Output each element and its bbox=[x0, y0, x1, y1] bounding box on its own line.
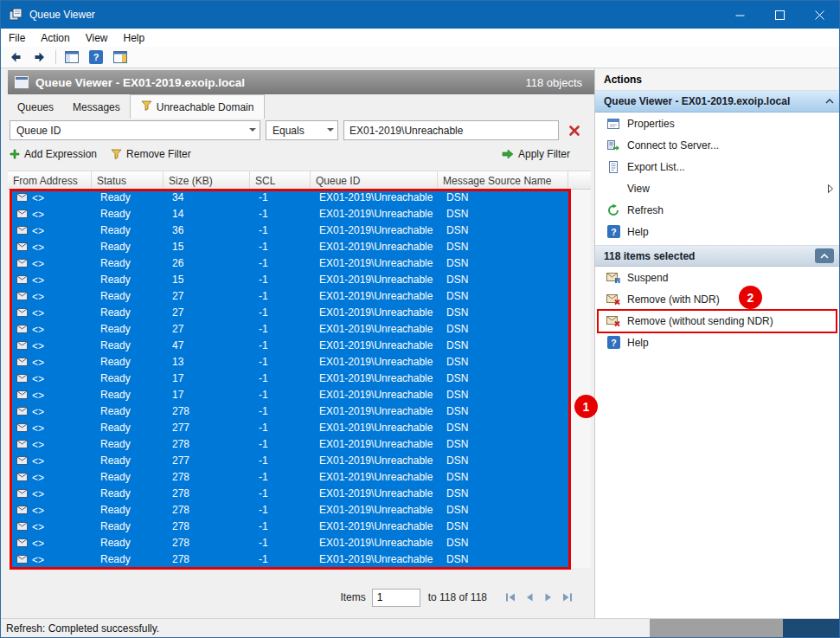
filter-value-input[interactable] bbox=[343, 120, 559, 140]
forward-button[interactable] bbox=[31, 48, 48, 66]
table-row[interactable]: <> Ready 26 -1 EX01-2019\Unreachable DSN bbox=[11, 255, 568, 272]
column-header-6[interactable]: Message Source Name bbox=[438, 171, 568, 189]
show-action-pane-button[interactable] bbox=[112, 48, 129, 66]
table-row[interactable]: <> Ready 27 -1 EX01-2019\Unreachable DSN bbox=[11, 321, 568, 338]
menu-file[interactable]: File bbox=[1, 29, 33, 47]
pane-header-icon bbox=[15, 76, 29, 88]
action-remove-without-ndr[interactable]: Remove (without sending NDR) bbox=[595, 310, 840, 332]
toolbar: ? bbox=[1, 47, 839, 68]
tab-bar: Queues Messages Unreachable Domain bbox=[8, 94, 594, 119]
table-row[interactable]: <> Ready 17 -1 EX01-2019\Unreachable DSN bbox=[11, 387, 568, 403]
table-row[interactable]: <> Ready 27 -1 EX01-2019\Unreachable DSN bbox=[11, 288, 568, 305]
message-envelope-icon bbox=[16, 242, 28, 254]
table-row[interactable]: <> Ready 278 -1 EX01-2019\Unreachable DS… bbox=[11, 486, 568, 502]
help-button[interactable]: ? bbox=[87, 48, 105, 66]
table-row[interactable]: <> Ready 278 -1 EX01-2019\Unreachable DS… bbox=[11, 502, 568, 519]
show-console-tree-button[interactable] bbox=[63, 48, 80, 66]
message-envelope-icon bbox=[16, 291, 28, 303]
table-row[interactable]: <> Ready 27 -1 EX01-2019\Unreachable DSN bbox=[11, 305, 568, 321]
column-header-filler bbox=[568, 171, 591, 189]
back-button[interactable] bbox=[7, 48, 24, 66]
action-help-top[interactable]: ? Help bbox=[595, 221, 840, 242]
table-row[interactable]: <> Ready 277 -1 EX01-2019\Unreachable DS… bbox=[11, 453, 568, 469]
tab-queues-label: Queues bbox=[17, 101, 54, 113]
table-row[interactable]: <> Ready 36 -1 EX01-2019\Unreachable DSN bbox=[11, 222, 568, 239]
filter-field-dropdown[interactable]: Queue ID bbox=[10, 120, 260, 140]
table-row[interactable]: <> Ready 278 -1 EX01-2019\Unreachable DS… bbox=[11, 535, 568, 551]
action-view[interactable]: View bbox=[595, 177, 840, 199]
table-row[interactable]: <> Ready 17 -1 EX01-2019\Unreachable DSN bbox=[11, 371, 568, 387]
tab-messages[interactable]: Messages bbox=[63, 96, 130, 119]
table-row[interactable]: <> Ready 278 -1 EX01-2019\Unreachable DS… bbox=[11, 519, 568, 535]
apply-filter-label: Apply Filter bbox=[518, 148, 570, 160]
message-envelope-icon bbox=[16, 258, 28, 270]
column-header-5[interactable]: Queue ID bbox=[311, 171, 438, 189]
action-help-bottom[interactable]: ? Help bbox=[595, 332, 840, 353]
cell-queue-id: EX01-2019\Unreachable bbox=[314, 420, 441, 436]
cell-status: Ready bbox=[95, 206, 167, 222]
table-row[interactable]: <> Ready 278 -1 EX01-2019\Unreachable DS… bbox=[11, 469, 568, 486]
menu-view[interactable]: View bbox=[78, 29, 116, 47]
table-row[interactable]: <> Ready 47 -1 EX01-2019\Unreachable DSN bbox=[11, 338, 568, 354]
close-button[interactable] bbox=[799, 1, 839, 29]
table-row[interactable]: <> Ready 278 -1 EX01-2019\Unreachable DS… bbox=[11, 551, 568, 568]
chevron-down-icon bbox=[245, 126, 260, 135]
delete-filter-button[interactable] bbox=[566, 122, 583, 139]
actions-group-selection-header[interactable]: 118 items selected bbox=[595, 245, 840, 267]
action-remove-with-ndr[interactable]: Remove (with NDR) bbox=[595, 288, 840, 310]
minimize-button[interactable] bbox=[720, 1, 760, 29]
filter-operator-dropdown[interactable]: Equals bbox=[266, 120, 338, 140]
apply-filter-button[interactable]: Apply Filter bbox=[502, 148, 570, 160]
table-row[interactable]: <> Ready 278 -1 EX01-2019\Unreachable DS… bbox=[11, 403, 568, 420]
cell-scl: -1 bbox=[253, 371, 314, 387]
next-page-button[interactable] bbox=[540, 590, 556, 605]
cell-queue-id: EX01-2019\Unreachable bbox=[314, 551, 441, 568]
first-page-button[interactable] bbox=[502, 590, 518, 605]
cell-message-source: DSN bbox=[441, 338, 568, 354]
action-properties[interactable]: Properties bbox=[595, 113, 840, 134]
action-refresh[interactable]: Refresh bbox=[595, 199, 840, 221]
cell-scl: -1 bbox=[253, 469, 314, 486]
table-row[interactable]: <> Ready 277 -1 EX01-2019\Unreachable DS… bbox=[11, 420, 568, 436]
action-connect-to-server[interactable]: Connect to Server... bbox=[595, 134, 840, 156]
table-row[interactable]: <> Ready 14 -1 EX01-2019\Unreachable DSN bbox=[11, 206, 568, 222]
action-export-list[interactable]: View Export List... bbox=[595, 156, 840, 177]
annotation-badge-2: 2 bbox=[739, 286, 762, 309]
menu-help[interactable]: Help bbox=[116, 29, 153, 47]
add-expression-button[interactable]: Add Expression bbox=[10, 148, 97, 160]
action-help-bottom-label: Help bbox=[627, 337, 649, 349]
cell-queue-id: EX01-2019\Unreachable bbox=[314, 190, 441, 206]
cell-from-address: <> bbox=[32, 390, 44, 402]
previous-page-button[interactable] bbox=[521, 590, 537, 605]
status-bar: Refresh: Completed successfully. bbox=[1, 618, 839, 638]
message-envelope-icon bbox=[16, 422, 28, 435]
tab-unreachable-domain[interactable]: Unreachable Domain bbox=[130, 94, 266, 119]
apply-filter-arrow-icon bbox=[502, 149, 514, 159]
column-header-4[interactable]: SCL bbox=[250, 171, 311, 189]
maximize-button[interactable] bbox=[760, 1, 799, 29]
table-row[interactable]: <> Ready 15 -1 EX01-2019\Unreachable DSN bbox=[11, 272, 568, 288]
collapse-chevron-icon bbox=[815, 248, 834, 263]
column-header-2[interactable]: Status bbox=[92, 171, 164, 189]
table-row[interactable]: <> Ready 15 -1 EX01-2019\Unreachable DSN bbox=[11, 239, 568, 255]
column-header-3[interactable]: Size (KB) bbox=[164, 171, 250, 189]
cell-message-source: DSN bbox=[441, 551, 568, 568]
chevron-down-icon bbox=[323, 126, 337, 135]
cell-from-address: <> bbox=[32, 242, 44, 254]
cell-scl: -1 bbox=[253, 338, 314, 354]
remove-filter-button[interactable]: Remove Filter bbox=[111, 148, 191, 160]
cell-from-address: <> bbox=[32, 472, 44, 484]
actions-group-server-header[interactable]: Queue Viewer - EX01-2019.exoip.local bbox=[595, 91, 840, 113]
table-row[interactable]: <> Ready 34 -1 EX01-2019\Unreachable DSN bbox=[11, 190, 568, 206]
cell-queue-id: EX01-2019\Unreachable bbox=[314, 519, 441, 535]
table-row[interactable]: <> Ready 13 -1 EX01-2019\Unreachable DSN bbox=[11, 354, 568, 371]
action-suspend[interactable]: Suspend bbox=[595, 267, 840, 288]
table-row[interactable]: <> Ready 278 -1 EX01-2019\Unreachable DS… bbox=[11, 436, 568, 453]
message-envelope-icon bbox=[16, 439, 28, 451]
tab-queues[interactable]: Queues bbox=[8, 96, 63, 119]
cell-status: Ready bbox=[95, 469, 167, 486]
last-page-button[interactable] bbox=[559, 590, 575, 605]
column-header-1[interactable]: From Address bbox=[8, 171, 92, 189]
menu-action[interactable]: Action bbox=[33, 29, 77, 47]
page-input[interactable] bbox=[372, 589, 420, 607]
